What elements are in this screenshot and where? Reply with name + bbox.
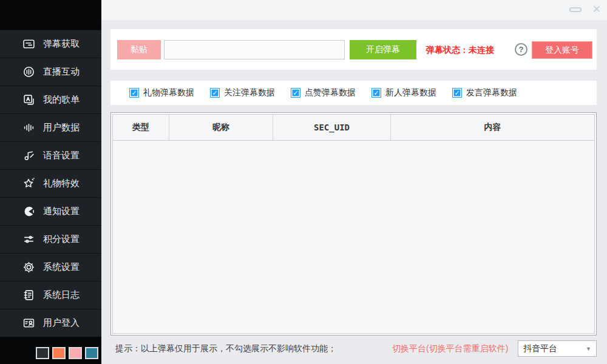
- sidebar-item-system-log[interactable]: 系统日志: [0, 281, 101, 309]
- sidebar-item-user-login[interactable]: 用户登入: [0, 309, 101, 337]
- filter-chat-checkbox[interactable]: ✓ 发言弹幕数据: [452, 87, 517, 98]
- sidebar-item-danmaku-capture[interactable]: 弹幕获取: [0, 30, 101, 58]
- filter-follow-checkbox[interactable]: ✓ 关注弹幕数据: [210, 87, 275, 98]
- filter-panel: ✓ 礼物弹幕数据 ✓ 关注弹幕数据 ✓ 点赞弹幕数据 ✓ 新人弹幕数据 ✓ 发言…: [110, 81, 597, 105]
- checkbox-checked-icon[interactable]: ✓: [291, 88, 300, 98]
- sidebar-item-user-data[interactable]: 用户数据: [0, 113, 101, 141]
- titlebar: ✕: [101, 0, 607, 20]
- voice-settings-icon: [22, 149, 35, 162]
- column-header-type: 类型: [113, 115, 169, 140]
- sidebar-item-my-playlist[interactable]: 我的歌单: [0, 86, 101, 113]
- danmaku-capture-icon: [22, 38, 35, 50]
- sidebar-item-system-settings[interactable]: 系统设置: [0, 253, 101, 281]
- theme-swatch-pink[interactable]: [69, 347, 82, 359]
- danmaku-table: 类型 昵称 SEC_UID 内容: [110, 112, 597, 335]
- filter-label: 礼物弹幕数据: [143, 87, 194, 98]
- minimize-button[interactable]: [569, 7, 582, 12]
- gift-effects-icon: [22, 177, 35, 190]
- column-header-content: 内容: [391, 115, 594, 140]
- theme-swatch-dark[interactable]: [36, 347, 49, 359]
- platform-dropdown-value: 抖音平台: [523, 343, 586, 354]
- user-data-icon: [22, 121, 35, 134]
- table-header-row: 类型 昵称 SEC_UID 内容: [113, 115, 594, 141]
- theme-swatch-bar: [0, 337, 101, 364]
- filter-label: 新人弹幕数据: [385, 87, 436, 98]
- filter-label: 点赞弹幕数据: [305, 87, 356, 98]
- theme-swatch-teal[interactable]: [85, 347, 98, 359]
- sidebar-item-label: 礼物特效: [43, 178, 80, 189]
- sidebar-item-label: 弹幕获取: [43, 38, 80, 50]
- sidebar-item-label: 用户登入: [43, 317, 80, 329]
- sidebar-item-label: 通知设置: [43, 206, 80, 217]
- platform-dropdown[interactable]: 抖音平台 ▼: [518, 340, 597, 357]
- switch-platform-link[interactable]: 切换平台(切换平台需重启软件): [392, 343, 508, 354]
- checkbox-checked-icon[interactable]: ✓: [210, 88, 220, 98]
- checkbox-checked-icon[interactable]: ✓: [371, 88, 381, 98]
- filter-label: 发言弹幕数据: [466, 87, 517, 98]
- filter-like-checkbox[interactable]: ✓ 点赞弹幕数据: [291, 87, 356, 98]
- system-settings-icon: [22, 261, 35, 274]
- paste-button[interactable]: 黏贴: [117, 40, 161, 59]
- column-header-sec-uid: SEC_UID: [273, 115, 391, 140]
- sidebar-item-notification-settings[interactable]: 通知设置: [0, 197, 101, 225]
- close-button[interactable]: ✕: [592, 2, 601, 17]
- login-account-button[interactable]: 登入账号: [532, 41, 592, 59]
- system-log-icon: [22, 289, 35, 302]
- sidebar-logo-area: [0, 0, 101, 30]
- sidebar-item-label: 用户数据: [43, 122, 80, 133]
- sidebar: 弹幕获取 直播互动 我的歌单 用户数据 语音设置: [0, 0, 101, 364]
- chevron-down-icon: ▼: [586, 346, 591, 352]
- sidebar-item-voice-settings[interactable]: 语音设置: [0, 141, 101, 169]
- help-icon[interactable]: ?: [515, 43, 527, 56]
- checkbox-checked-icon[interactable]: ✓: [129, 88, 139, 98]
- sidebar-item-label: 积分设置: [43, 234, 80, 245]
- filter-label: 关注弹幕数据: [224, 87, 275, 98]
- danmaku-status-text: 弹幕状态：未连接: [426, 40, 494, 59]
- checkbox-checked-icon[interactable]: ✓: [452, 88, 462, 98]
- filter-newcomer-checkbox[interactable]: ✓ 新人弹幕数据: [371, 87, 436, 98]
- table-body-empty: [113, 141, 594, 333]
- app-window: 弹幕获取 直播互动 我的歌单 用户数据 语音设置: [0, 0, 607, 364]
- points-settings-icon: [22, 233, 35, 246]
- footer-hint-text: 提示：以上弹幕仅用于展示，不勾选展示不影响软件功能；: [115, 343, 336, 354]
- theme-swatch-orange[interactable]: [52, 347, 66, 359]
- filter-gift-checkbox[interactable]: ✓ 礼物弹幕数据: [129, 87, 194, 98]
- sidebar-item-label: 我的歌单: [43, 94, 80, 106]
- start-danmaku-button[interactable]: 开启弹幕: [350, 40, 416, 59]
- user-login-icon: [22, 317, 35, 329]
- sidebar-item-label: 系统设置: [43, 261, 80, 273]
- sidebar-item-label: 系统日志: [43, 289, 80, 301]
- live-interaction-icon: [22, 66, 35, 78]
- sidebar-item-live-interaction[interactable]: 直播互动: [0, 58, 101, 86]
- sidebar-item-points-settings[interactable]: 积分设置: [0, 225, 101, 253]
- column-header-nickname: 昵称: [169, 115, 273, 140]
- notification-settings-icon: [22, 205, 35, 218]
- sidebar-item-label: 语音设置: [43, 150, 80, 161]
- room-url-input[interactable]: [164, 40, 345, 59]
- sidebar-item-label: 直播互动: [43, 66, 80, 78]
- my-playlist-icon: [22, 93, 35, 106]
- sidebar-item-gift-effects[interactable]: 礼物特效: [0, 169, 101, 197]
- toolbar-panel: 黏贴 开启弹幕 弹幕状态：未连接 ? 登入账号: [110, 29, 597, 70]
